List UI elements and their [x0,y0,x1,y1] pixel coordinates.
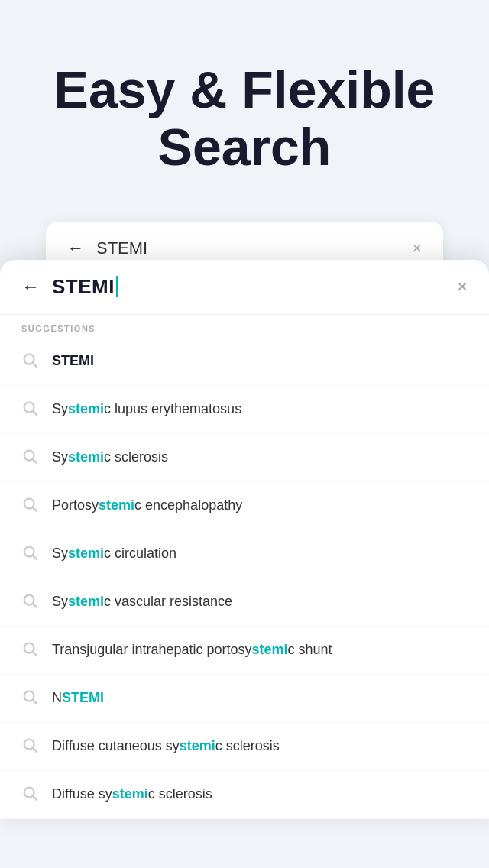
svg-line-13 [33,652,37,656]
suggestion-item[interactable]: Systemic lupus erythematosus [0,386,489,434]
back-icon-bg[interactable]: ← [67,238,84,258]
search-icon [21,737,38,756]
suggestion-text: Systemic sclerosis [52,449,168,465]
search-input-area[interactable]: STEMI [52,275,457,299]
svg-line-7 [33,507,37,511]
suggestion-text: NSTEMI [52,690,104,706]
suggestion-text: Portosystemic encephalopathy [52,497,242,513]
search-query-text: STEMI [52,275,115,299]
suggestion-item[interactable]: Transjugular intrahepatic portosystemic … [0,627,489,675]
svg-line-11 [33,604,37,607]
svg-line-15 [33,700,37,704]
suggestion-text: Diffuse systemic sclerosis [52,786,212,802]
suggestion-text: Transjugular intrahepatic portosystemic … [52,642,332,658]
clear-icon-bg[interactable]: × [412,238,422,258]
clear-button[interactable]: × [457,276,468,297]
svg-line-19 [33,796,37,800]
suggestion-item[interactable]: Portosystemic encephalopathy [0,482,489,530]
svg-line-17 [33,748,37,752]
search-icon [21,688,38,708]
suggestions-list: STEMI Systemic lupus erythematosus Syste… [0,338,489,819]
search-icon [21,496,38,516]
suggestion-item[interactable]: Systemic vascular resistance [0,578,489,627]
suggestion-item[interactable]: STEMI [0,338,489,386]
suggestion-item[interactable]: Diffuse systemic sclerosis [0,771,489,819]
suggestion-item[interactable]: Systemic circulation [0,530,489,578]
search-icon [21,351,38,371]
svg-line-5 [33,459,37,463]
suggestion-item[interactable]: Diffuse cutaneous systemic sclerosis [0,723,489,771]
search-panel-header: ← STEMI × [0,260,489,315]
suggestion-item[interactable]: NSTEMI [0,675,489,723]
suggestion-item[interactable]: Systemic sclerosis [0,434,489,482]
search-icon [21,785,38,805]
suggestion-text: Systemic vascular resistance [52,594,232,610]
background-search-text: STEMI [96,238,412,258]
search-icon [21,640,38,660]
search-icon [21,448,38,468]
suggestions-label: SUGGESTIONS [0,315,489,338]
suggestion-text: Systemic circulation [52,546,176,562]
text-cursor [116,276,118,297]
suggestion-text: Diffuse cutaneous systemic sclerosis [52,738,280,754]
search-panel: ← STEMI × SUGGESTIONS STEMI Systemic lup… [0,260,489,819]
svg-line-1 [33,363,37,367]
svg-line-3 [33,411,37,415]
svg-line-9 [33,555,37,559]
search-icon [21,544,38,564]
suggestion-text: Systemic lupus erythematosus [52,401,241,417]
hero-title: Easy & Flexible Search [46,61,443,176]
search-icon [21,592,38,612]
suggestion-text: STEMI [52,353,94,369]
hero-section: Easy & Flexible Search [0,0,489,222]
search-icon [21,400,38,419]
back-button[interactable]: ← [21,276,40,297]
